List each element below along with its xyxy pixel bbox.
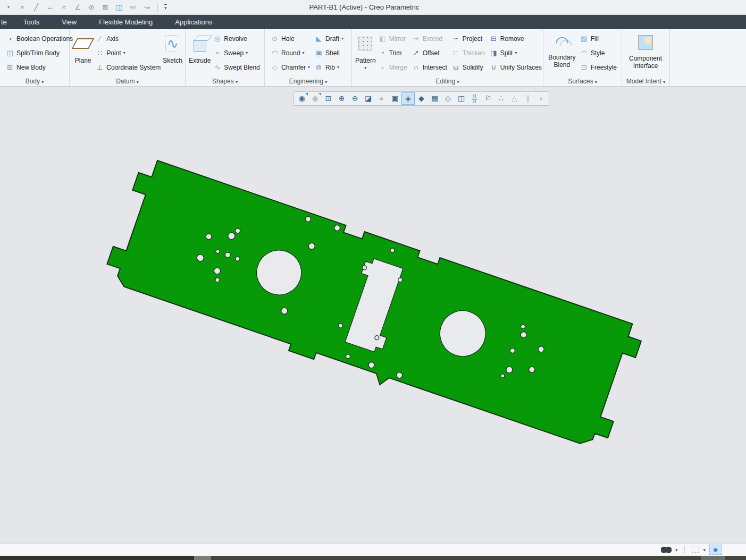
saved-orientations-icon[interactable]: ◈ <box>401 92 415 105</box>
pattern-icon <box>358 37 372 50</box>
pattern-button[interactable]: Pattern ▾ <box>355 31 376 70</box>
remove-icon: ⊟ <box>489 35 498 43</box>
coordinate-system-button[interactable]: ⊥ Coordinate System <box>93 61 163 74</box>
project-button[interactable]: ∽ Project <box>449 32 487 45</box>
capture-icon[interactable]: ▤ <box>428 92 441 105</box>
component-interface-button[interactable]: Component Interface <box>625 31 666 70</box>
measure-ruler-icon[interactable]: ╱ <box>32 3 40 11</box>
offset-button[interactable]: ↗ Offset <box>409 46 449 60</box>
shell-icon: ▣ <box>314 49 323 57</box>
trim-button[interactable]: ◔ Trim <box>376 46 409 60</box>
search-dropdown-icon[interactable]: ▾ <box>675 547 678 553</box>
group-label-body[interactable]: Body ▾ <box>0 78 69 85</box>
chevron-down-icon: ▾ <box>595 80 597 84</box>
selection-filter-dropdown-icon[interactable]: ▾ <box>703 547 706 553</box>
pause-icon: ∥ <box>521 92 534 105</box>
measure-distance-icon[interactable]: ↔ <box>46 3 54 11</box>
chamfer-icon: ◇ <box>270 63 279 71</box>
plane-button[interactable]: Plane <box>73 31 93 64</box>
zoom-in-icon[interactable]: ⊕ <box>335 92 348 105</box>
tab-partial[interactable]: te <box>0 15 12 29</box>
exit-view-icon: ◗ <box>534 92 548 105</box>
refit-icon[interactable]: ⊡ <box>322 92 335 105</box>
hole-button[interactable]: ⊙ Hole <box>268 32 312 45</box>
group-label-engineering[interactable]: Engineering ▾ <box>265 78 351 85</box>
repaint-icon[interactable]: ◪ <box>362 92 375 105</box>
chamfer-button[interactable]: ◇ Chamfer ▾ <box>268 61 312 74</box>
project-icon: ∽ <box>451 35 460 43</box>
boundary-blend-button[interactable]: ◠ Boundary Blend <box>547 31 577 69</box>
part-b1-model[interactable] <box>99 156 646 461</box>
chevron-down-icon: ▾ <box>337 65 339 70</box>
rib-button[interactable]: ⋒ Rib ▾ <box>312 61 346 74</box>
draft-angle-analysis-icon[interactable]: ∠ <box>73 3 82 11</box>
close-icon[interactable]: × <box>18 3 27 11</box>
round-icon: ◠ <box>270 49 279 57</box>
tab-view[interactable]: View <box>51 15 88 29</box>
revolve-button[interactable]: ◎ Revolve <box>211 32 262 45</box>
ribbon-group-model-intent: Component Interface Model Intent ▾ <box>622 29 670 86</box>
view-orientation-icon[interactable]: ◆ <box>415 92 428 105</box>
chevron-down-icon: ▾ <box>236 80 238 84</box>
extrude-button[interactable]: Extrude <box>189 31 211 64</box>
ribbon-group-editing: Pattern ▾ ◧ Mirror ◔ Trim ◒ Merge ⇥ Exte… <box>352 29 543 86</box>
split-button[interactable]: ◨ Split ▾ <box>487 46 544 60</box>
ribbon-group-engineering: ⊙ Hole ◠ Round ▾ ◇ Chamfer ▾ ◣ Draft ▾ ▣… <box>265 29 352 86</box>
tab-flexible-modeling[interactable]: Flexible Modeling <box>88 15 164 29</box>
fill-icon: ▨ <box>580 35 589 43</box>
shell-button[interactable]: ▣ Shell <box>312 46 346 60</box>
curve-analysis-icon[interactable]: ≈ <box>60 3 68 11</box>
chevron-down-icon: ▾ <box>515 50 517 55</box>
boolean-operations-button[interactable]: ◑ Boolean Operations <box>3 32 75 45</box>
split-trim-body-button[interactable]: ◫ Split/Trim Body <box>3 46 75 60</box>
model-viewport[interactable] <box>0 87 746 543</box>
tab-applications[interactable]: Applications <box>164 15 223 29</box>
taskbar-segment <box>211 556 746 560</box>
style-button[interactable]: ◠ Style <box>577 46 619 60</box>
unify-surfaces-button[interactable]: ∪ Unify Surfaces <box>487 61 544 74</box>
zoom-out-icon[interactable]: ⊖ <box>348 92 362 105</box>
group-label-editing[interactable]: Editing ▾ <box>352 78 543 85</box>
sketch-button[interactable]: ∿ Sketch <box>163 31 182 64</box>
spin-center-icon[interactable]: ∴ <box>494 92 508 105</box>
boundary-blend-icon: ◠ <box>555 33 569 51</box>
group-label-shapes[interactable]: Shapes ▾ <box>186 78 264 85</box>
display-style-icon[interactable]: ▣ <box>388 92 401 105</box>
datum-display-icon[interactable]: ╬ <box>468 92 481 105</box>
fill-button[interactable]: ▨ Fill <box>577 32 619 45</box>
draft-button[interactable]: ◣ Draft ▾ <box>312 32 346 45</box>
intersect-button[interactable]: ∩ Intersect <box>409 61 449 74</box>
quick-access-flyout-icon[interactable]: ▾ <box>164 4 167 11</box>
cube-display-icon[interactable]: ◫ <box>115 3 123 11</box>
remove-button[interactable]: ⊟ Remove <box>487 32 544 45</box>
sweep-icon: ≈ <box>213 49 222 57</box>
chevron-down-icon[interactable]: ▾ <box>355 65 376 70</box>
title-bar: ▾ × ╱ ↔ ≈ ∠ ⊘ ⊠ ◫ xyz ↝ ▾ PART-B1 (Activ… <box>0 0 746 15</box>
search-binoculars-icon[interactable] <box>661 547 672 553</box>
graphics-area[interactable]: ◉ ◉ ⊡ ⊕ ⊖ ◪ ● ▣ ◈ ◆ ▤ ◇ ◫ ╬ ⚐ ∴ △ ∥ ◗ <box>0 87 746 543</box>
point-button[interactable]: ∷ Point ▾ <box>93 46 163 60</box>
round-button[interactable]: ◠ Round ▾ <box>268 46 312 60</box>
selection-box-icon[interactable] <box>692 547 699 553</box>
split-icon: ◨ <box>489 49 498 57</box>
graph-analysis-icon[interactable]: ↝ <box>143 3 151 11</box>
section-icon[interactable]: ◫ <box>455 92 468 105</box>
quick-access-dropdown-icon[interactable]: ▾ <box>4 5 13 10</box>
fit-view-icon[interactable]: ⊠ <box>101 3 110 11</box>
coordinate-xyz-icon[interactable]: xyz <box>129 5 137 10</box>
solidify-button[interactable]: ω Solidify <box>449 61 487 74</box>
freestyle-button[interactable]: ⊡ Freestyle <box>577 61 619 74</box>
new-body-button[interactable]: ⊞ New Body <box>3 61 75 74</box>
view-visibility-icon[interactable]: ◉ <box>295 92 308 105</box>
swept-blend-button[interactable]: ∿ Swept Blend <box>211 61 262 74</box>
group-label-model-intent[interactable]: Model Intent ▾ <box>622 78 669 85</box>
annotation-display-icon[interactable]: ⚐ <box>481 92 494 105</box>
group-label-datum[interactable]: Datum ▾ <box>70 78 185 85</box>
smart-selection-filter-icon[interactable]: ◉ <box>709 545 722 555</box>
diameter-analysis-icon[interactable]: ⊘ <box>87 3 96 11</box>
perspective-icon[interactable]: ◇ <box>441 92 455 105</box>
sweep-button[interactable]: ≈ Sweep ▾ <box>211 46 262 60</box>
tab-tools[interactable]: Tools <box>12 15 51 29</box>
axis-button[interactable]: ∕ Axis <box>93 32 163 45</box>
group-label-surfaces[interactable]: Surfaces ▾ <box>543 78 622 85</box>
